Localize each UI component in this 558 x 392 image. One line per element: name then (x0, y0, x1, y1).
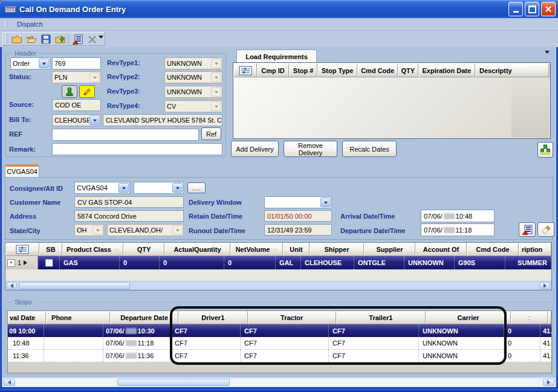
remark-input[interactable] (52, 143, 222, 155)
tab-cvgas04[interactable]: CVGAS04 (5, 164, 39, 178)
minimize-button[interactable] (508, 2, 523, 16)
edit-button[interactable] (79, 85, 95, 98)
stops-row-3[interactable]: 11:36 07/06/ 11:36 CF7 CF7 CF7 UNKNOWN 0… (8, 350, 551, 362)
sb-cell[interactable] (38, 256, 60, 269)
driver1-cell: CF7 (171, 337, 241, 349)
alt-id-combo[interactable] (134, 182, 184, 194)
product-grid-hscrollbar[interactable] (5, 281, 551, 290)
col-stop-type[interactable]: Stop Type (317, 63, 357, 77)
col-product-class[interactable]: Product Class (62, 243, 123, 256)
runout-value: 12/31/49 23:59 (264, 224, 332, 236)
tab-load-requirements[interactable]: Load Requirements (236, 50, 317, 63)
departure-value[interactable]: 07/06/ 11:18 (421, 223, 495, 236)
col-lat[interactable]: La (548, 311, 551, 324)
col-description[interactable]: Descriptty (475, 63, 549, 77)
col-qty[interactable]: QTY (123, 243, 164, 256)
row-header-cell[interactable]: + 1 (5, 256, 38, 269)
close-icon (545, 6, 551, 12)
scroll-left-button[interactable] (4, 379, 15, 386)
sb-checkbox[interactable] (45, 259, 53, 267)
menu-dispatch[interactable]: Dispatch (12, 19, 48, 29)
driver1-cell: CF7 (171, 350, 241, 362)
scroll-right-button[interactable] (540, 282, 550, 289)
col-cmp-id[interactable]: Cmp ID (257, 63, 290, 77)
status-combo[interactable]: PLN (52, 71, 101, 83)
maximize-button[interactable] (525, 2, 539, 16)
add-delivery-button[interactable]: Add Delivery (231, 141, 279, 157)
erase-button[interactable] (537, 222, 554, 237)
col-supplier[interactable]: Supplier (364, 243, 415, 256)
col-phone[interactable]: Phone (46, 311, 110, 324)
remove-delivery-button[interactable]: Remove Delivery (284, 141, 337, 157)
col-carrier[interactable]: Carrier (426, 311, 511, 324)
stops-hscrollbar[interactable] (2, 378, 556, 387)
delivery-window-combo[interactable] (264, 196, 332, 208)
col-unit[interactable]: Unit (283, 243, 310, 256)
toolbar-panel (2, 32, 105, 46)
customer-name-label: Customer Name (10, 199, 60, 206)
row-selector-header[interactable] (234, 63, 257, 77)
stops-row-2[interactable]: 10:48 07/06/ 11:18 CF7 CF7 CF7 UNKNOWN 0… (8, 337, 551, 350)
stops-row-1[interactable]: 09 10:00 07/06/ 10:30 CF7 CF7 CF7 UNKNOW… (8, 324, 551, 337)
col-actual-quantity[interactable]: ActualQuantity (164, 243, 230, 256)
menu-grip (5, 20, 7, 28)
browse-button[interactable]: .... (187, 182, 206, 193)
arrival-value[interactable]: 07/06/ 10:48 (421, 210, 495, 222)
col-arrival-date[interactable]: val Date (8, 311, 46, 324)
row-selector-header[interactable] (5, 243, 39, 256)
col-stop-num[interactable]: Stop # (289, 63, 317, 77)
panel-dropdown-button[interactable] (545, 54, 550, 61)
col-shipper[interactable]: Shipper (310, 243, 364, 256)
app-window: Call On Demand Order Entry Dispatch (0, 0, 558, 392)
new-button[interactable] (10, 33, 23, 45)
scroll-left-button[interactable] (7, 282, 17, 289)
col-qty[interactable]: : (511, 311, 548, 324)
recalc-dates-button[interactable]: Recalc Dates (342, 141, 397, 157)
col-sb[interactable]: SB (39, 243, 62, 256)
expand-icon[interactable]: + (7, 259, 15, 267)
col-account-of[interactable]: Account Of (415, 243, 467, 256)
col-driver1[interactable]: Driver1 (178, 311, 248, 324)
scrollbar-thumb[interactable] (19, 282, 130, 289)
save-button[interactable] (39, 33, 52, 45)
col-expiration-date[interactable]: Expiration Date (418, 63, 475, 77)
open-button[interactable] (25, 33, 37, 45)
col-net-volume[interactable]: NetVolume (230, 243, 283, 256)
arrival-label: Arrival Date/Time (340, 213, 395, 220)
remark-label: Remark: (9, 146, 36, 153)
arrival-cell: 11:36 (8, 350, 44, 362)
phone-cell (44, 337, 103, 349)
delete-button[interactable] (86, 33, 99, 45)
revtype1-combo[interactable]: UNKNOWN (164, 57, 222, 69)
col-trailer1[interactable]: Trailer1 (336, 311, 426, 324)
pawn-button[interactable] (62, 85, 77, 98)
hierarchy-button[interactable] (537, 142, 553, 158)
scrollbar-thumb[interactable] (117, 379, 230, 386)
order-type-combo[interactable]: Order (10, 57, 50, 69)
city-combo[interactable]: CLEVELAND,OH/ (107, 224, 184, 236)
export-button[interactable] (54, 33, 67, 45)
col-departure-date[interactable]: Departure Date (110, 311, 178, 324)
close-button[interactable] (541, 2, 556, 16)
state-combo[interactable]: OH (74, 224, 104, 236)
chevron-down-icon (172, 225, 183, 235)
order-number-input[interactable] (52, 57, 101, 69)
billto-combo[interactable]: CLEHOUSE (52, 114, 101, 126)
scroll-right-button[interactable] (543, 379, 554, 386)
ref-button[interactable]: Ref (201, 127, 221, 140)
post-report-button[interactable] (71, 33, 84, 45)
col-description[interactable]: ription (519, 243, 551, 256)
col-cmd-code[interactable]: Cmd Code (467, 243, 519, 256)
revtype2-combo[interactable]: UNKNOWN (164, 71, 222, 83)
product-row[interactable]: + 1 GAS 0 0 0 GAL CLEHOUSE ONTGLE UNKNOW… (5, 256, 551, 269)
consignee-combo[interactable]: CVGAS04 (74, 182, 130, 194)
toolbar-more-dropdown[interactable] (99, 39, 103, 46)
col-cmd-code[interactable]: Cmd Code (357, 63, 397, 77)
col-qty[interactable]: QTY (398, 63, 418, 77)
revtype3-combo[interactable]: UNKNOWN (164, 86, 222, 98)
report-button[interactable] (519, 222, 536, 237)
state-city-label: State/City (10, 227, 41, 234)
col-tractor[interactable]: Tractor (248, 311, 336, 324)
ref-input[interactable] (52, 129, 199, 141)
revtype4-combo[interactable]: CV (164, 100, 222, 112)
